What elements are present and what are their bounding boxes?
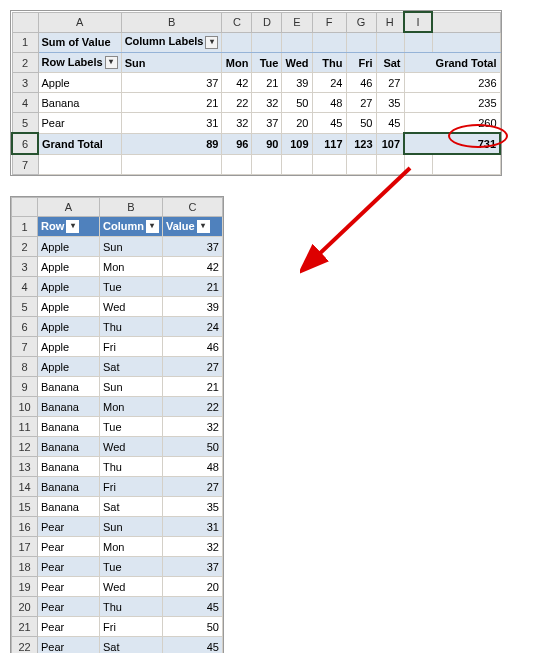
row2-2[interactable]: 2	[12, 237, 38, 257]
table-row-label[interactable]: Banana	[38, 377, 100, 397]
column-labels-dropdown-icon[interactable]: ▾	[205, 36, 218, 49]
table-value[interactable]: 35	[162, 497, 222, 517]
row-labels[interactable]: Row Labels▾	[38, 53, 121, 73]
table-value[interactable]: 22	[162, 397, 222, 417]
row2-8[interactable]: 8	[12, 357, 38, 377]
col-A[interactable]: A	[38, 12, 121, 32]
table-row-label[interactable]: Banana	[38, 437, 100, 457]
col-E[interactable]: E	[282, 12, 312, 32]
table-col-label[interactable]: Sat	[100, 497, 163, 517]
table-value[interactable]: 32	[162, 417, 222, 437]
grand-total-row-label[interactable]: Grand Total	[38, 133, 121, 154]
col-I[interactable]: I	[404, 12, 432, 32]
table-value[interactable]: 27	[162, 477, 222, 497]
filter-val-icon[interactable]: ▾	[197, 220, 210, 233]
table-value[interactable]: 39	[162, 297, 222, 317]
table-row-label[interactable]: Banana	[38, 497, 100, 517]
hdr-fri[interactable]: Fri	[346, 53, 376, 73]
table-col-label[interactable]: Wed	[100, 437, 163, 457]
table-row-label[interactable]: Apple	[38, 237, 100, 257]
table-row-label[interactable]: Pear	[38, 637, 100, 654]
table-col-label[interactable]: Sun	[100, 517, 163, 537]
row2-13[interactable]: 13	[12, 457, 38, 477]
col-C[interactable]: C	[222, 12, 252, 32]
row2-21[interactable]: 21	[12, 617, 38, 637]
table-value[interactable]: 31	[162, 517, 222, 537]
data-table[interactable]: A B C 1 Row▾ Column▾ Value▾ 2AppleSun373…	[11, 197, 223, 653]
table-col-label[interactable]: Mon	[100, 257, 163, 277]
hdr2-col[interactable]: Column▾	[100, 217, 163, 237]
row2-11[interactable]: 11	[12, 417, 38, 437]
table-value[interactable]: 48	[162, 457, 222, 477]
sum-of-value-label[interactable]: Sum of Value	[38, 32, 121, 53]
table-row-label[interactable]: Pear	[38, 617, 100, 637]
row-3[interactable]: 3	[12, 73, 38, 93]
row2-10[interactable]: 10	[12, 397, 38, 417]
row2-9[interactable]: 9	[12, 377, 38, 397]
col2-C[interactable]: C	[162, 198, 222, 217]
select-all-corner-2[interactable]	[12, 198, 38, 217]
table-value[interactable]: 27	[162, 357, 222, 377]
row2-12[interactable]: 12	[12, 437, 38, 457]
table-value[interactable]: 37	[162, 237, 222, 257]
pivot-table[interactable]: A B C D E F G H I 1 Sum of Value Column …	[11, 11, 501, 175]
table-col-label[interactable]: Mon	[100, 537, 163, 557]
col-G[interactable]: G	[346, 12, 376, 32]
table-col-label[interactable]: Fri	[100, 337, 163, 357]
row2-15[interactable]: 15	[12, 497, 38, 517]
hdr-grand-total[interactable]: Grand Total	[404, 53, 500, 73]
filter-col-icon[interactable]: ▾	[146, 220, 159, 233]
table-col-label[interactable]: Sat	[100, 357, 163, 377]
hdr-tue[interactable]: Tue	[252, 53, 282, 73]
pivot-row-label[interactable]: Apple	[38, 73, 121, 93]
table-value[interactable]: 32	[162, 537, 222, 557]
table-row-label[interactable]: Pear	[38, 537, 100, 557]
col2-A[interactable]: A	[38, 198, 100, 217]
filter-row-icon[interactable]: ▾	[66, 220, 79, 233]
table-value[interactable]: 20	[162, 577, 222, 597]
col2-B[interactable]: B	[100, 198, 163, 217]
table-row-label[interactable]: Pear	[38, 577, 100, 597]
row2-5[interactable]: 5	[12, 297, 38, 317]
row2-7[interactable]: 7	[12, 337, 38, 357]
table-col-label[interactable]: Sun	[100, 237, 163, 257]
row2-22[interactable]: 22	[12, 637, 38, 654]
table-row-label[interactable]: Pear	[38, 557, 100, 577]
table-col-label[interactable]: Fri	[100, 617, 163, 637]
table-col-label[interactable]: Wed	[100, 577, 163, 597]
table-value[interactable]: 24	[162, 317, 222, 337]
table-row-label[interactable]: Banana	[38, 457, 100, 477]
row-grand-total[interactable]: 260	[404, 113, 500, 134]
table-row-label[interactable]: Apple	[38, 257, 100, 277]
table-value[interactable]: 50	[162, 617, 222, 637]
row-6[interactable]: 6	[12, 133, 38, 154]
col-F[interactable]: F	[312, 12, 346, 32]
row-grand-total[interactable]: 235	[404, 93, 500, 113]
table-row-label[interactable]: Banana	[38, 477, 100, 497]
row2-17[interactable]: 17	[12, 537, 38, 557]
table-row-label[interactable]: Apple	[38, 297, 100, 317]
hdr-sat[interactable]: Sat	[376, 53, 404, 73]
row2-16[interactable]: 16	[12, 517, 38, 537]
grand-total-selected-cell[interactable]: 731	[404, 133, 500, 154]
col-D[interactable]: D	[252, 12, 282, 32]
row-2[interactable]: 2	[12, 53, 38, 73]
col-H[interactable]: H	[376, 12, 404, 32]
hdr2-val[interactable]: Value▾	[162, 217, 222, 237]
row2-1[interactable]: 1	[12, 217, 38, 237]
table-col-label[interactable]: Thu	[100, 317, 163, 337]
row-labels-dropdown-icon[interactable]: ▾	[105, 56, 118, 69]
row2-4[interactable]: 4	[12, 277, 38, 297]
table-value[interactable]: 42	[162, 257, 222, 277]
select-all-corner[interactable]	[12, 12, 38, 32]
row2-18[interactable]: 18	[12, 557, 38, 577]
table-col-label[interactable]: Wed	[100, 297, 163, 317]
table-row-label[interactable]: Banana	[38, 397, 100, 417]
table-value[interactable]: 50	[162, 437, 222, 457]
table-row-label[interactable]: Apple	[38, 357, 100, 377]
table-row-label[interactable]: Apple	[38, 277, 100, 297]
table-col-label[interactable]: Thu	[100, 597, 163, 617]
col-blank[interactable]	[432, 12, 500, 32]
table-row-label[interactable]: Apple	[38, 337, 100, 357]
row-5[interactable]: 5	[12, 113, 38, 134]
